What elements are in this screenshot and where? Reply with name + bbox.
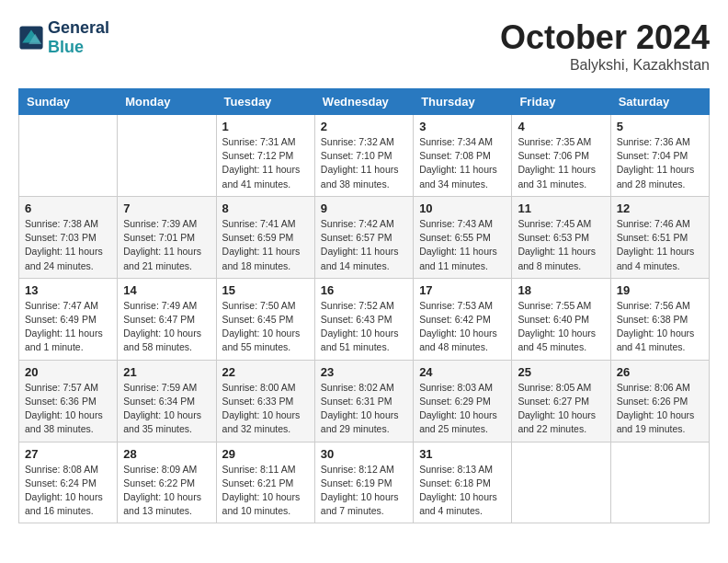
day-info: Sunrise: 8:06 AMSunset: 6:26 PMDaylight:… [617, 381, 703, 437]
day-info: Sunrise: 7:46 AMSunset: 6:51 PMDaylight:… [617, 217, 703, 273]
day-number: 23 [321, 365, 407, 379]
day-number: 15 [222, 283, 309, 297]
day-number: 6 [25, 201, 111, 215]
day-number: 8 [222, 201, 309, 215]
day-number: 17 [419, 283, 506, 297]
day-info: Sunrise: 7:52 AMSunset: 6:43 PMDaylight:… [321, 299, 407, 355]
calendar-header-thursday: Thursday [414, 89, 512, 115]
calendar-week-row: 27Sunrise: 8:08 AMSunset: 6:24 PMDayligh… [19, 442, 710, 523]
day-info: Sunrise: 7:42 AMSunset: 6:57 PMDaylight:… [321, 217, 407, 273]
day-info: Sunrise: 7:43 AMSunset: 6:55 PMDaylight:… [419, 217, 506, 273]
day-number: 29 [222, 447, 309, 461]
calendar-cell: 15Sunrise: 7:50 AMSunset: 6:45 PMDayligh… [216, 278, 314, 360]
day-info: Sunrise: 7:50 AMSunset: 6:45 PMDaylight:… [222, 299, 309, 355]
day-info: Sunrise: 8:00 AMSunset: 6:33 PMDaylight:… [222, 381, 309, 437]
month-title: October 2024 [500, 18, 710, 57]
day-number: 22 [222, 365, 309, 379]
calendar-cell: 8Sunrise: 7:41 AMSunset: 6:59 PMDaylight… [216, 196, 314, 278]
day-info: Sunrise: 7:56 AMSunset: 6:38 PMDaylight:… [617, 299, 703, 355]
calendar-cell: 29Sunrise: 8:11 AMSunset: 6:21 PMDayligh… [216, 442, 314, 523]
calendar-cell: 3Sunrise: 7:34 AMSunset: 7:08 PMDaylight… [414, 115, 512, 197]
day-info: Sunrise: 7:32 AMSunset: 7:10 PMDaylight:… [321, 135, 407, 191]
page-header: General Blue October 2024 Balykshi, Kaza… [18, 18, 710, 74]
day-number: 9 [321, 201, 407, 215]
calendar-cell: 14Sunrise: 7:49 AMSunset: 6:47 PMDayligh… [118, 278, 216, 360]
day-number: 7 [123, 201, 210, 215]
day-number: 26 [617, 365, 703, 379]
day-info: Sunrise: 7:35 AMSunset: 7:06 PMDaylight:… [518, 135, 604, 191]
calendar-cell: 17Sunrise: 7:53 AMSunset: 6:42 PMDayligh… [414, 278, 512, 360]
calendar-header-sunday: Sunday [19, 89, 118, 115]
day-info: Sunrise: 8:05 AMSunset: 6:27 PMDaylight:… [518, 381, 604, 437]
calendar-cell: 10Sunrise: 7:43 AMSunset: 6:55 PMDayligh… [414, 196, 512, 278]
day-info: Sunrise: 7:49 AMSunset: 6:47 PMDaylight:… [123, 299, 210, 355]
location-title: Balykshi, Kazakhstan [500, 57, 710, 74]
calendar-cell [19, 115, 118, 197]
calendar-cell: 13Sunrise: 7:47 AMSunset: 6:49 PMDayligh… [19, 278, 118, 360]
calendar-table: SundayMondayTuesdayWednesdayThursdayFrid… [18, 88, 710, 523]
day-number: 3 [419, 120, 506, 133]
calendar-header-wednesday: Wednesday [314, 89, 413, 115]
day-number: 31 [419, 447, 506, 461]
calendar-cell [118, 115, 216, 197]
calendar-cell: 28Sunrise: 8:09 AMSunset: 6:22 PMDayligh… [118, 442, 216, 523]
day-info: Sunrise: 7:55 AMSunset: 6:40 PMDaylight:… [518, 299, 604, 355]
day-number: 30 [321, 447, 407, 461]
day-number: 14 [123, 283, 210, 297]
day-number: 5 [617, 120, 703, 133]
calendar-cell: 24Sunrise: 8:03 AMSunset: 6:29 PMDayligh… [414, 360, 512, 442]
calendar-cell: 27Sunrise: 8:08 AMSunset: 6:24 PMDayligh… [19, 442, 118, 523]
calendar-cell: 18Sunrise: 7:55 AMSunset: 6:40 PMDayligh… [512, 278, 610, 360]
day-number: 4 [518, 120, 604, 133]
day-info: Sunrise: 7:39 AMSunset: 7:01 PMDaylight:… [123, 217, 210, 273]
day-info: Sunrise: 7:59 AMSunset: 6:34 PMDaylight:… [123, 381, 210, 437]
day-number: 18 [518, 283, 604, 297]
calendar-cell: 9Sunrise: 7:42 AMSunset: 6:57 PMDaylight… [314, 196, 413, 278]
day-number: 12 [617, 201, 703, 215]
calendar-cell: 2Sunrise: 7:32 AMSunset: 7:10 PMDaylight… [314, 115, 413, 197]
day-info: Sunrise: 7:38 AMSunset: 7:03 PMDaylight:… [25, 217, 111, 273]
calendar-header-saturday: Saturday [610, 89, 709, 115]
day-number: 25 [518, 365, 604, 379]
calendar-cell: 25Sunrise: 8:05 AMSunset: 6:27 PMDayligh… [512, 360, 610, 442]
calendar-cell: 30Sunrise: 8:12 AMSunset: 6:19 PMDayligh… [314, 442, 413, 523]
calendar-cell [512, 442, 610, 523]
day-info: Sunrise: 7:41 AMSunset: 6:59 PMDaylight:… [222, 217, 309, 273]
day-number: 24 [419, 365, 506, 379]
day-info: Sunrise: 8:02 AMSunset: 6:31 PMDaylight:… [321, 381, 407, 437]
calendar-header-friday: Friday [512, 89, 610, 115]
calendar-week-row: 13Sunrise: 7:47 AMSunset: 6:49 PMDayligh… [19, 278, 710, 360]
day-info: Sunrise: 8:12 AMSunset: 6:19 PMDaylight:… [321, 463, 407, 519]
day-info: Sunrise: 7:53 AMSunset: 6:42 PMDaylight:… [419, 299, 506, 355]
logo-icon [18, 25, 44, 51]
calendar-cell: 20Sunrise: 7:57 AMSunset: 6:36 PMDayligh… [19, 360, 118, 442]
day-number: 27 [25, 447, 111, 461]
calendar-header-tuesday: Tuesday [216, 89, 314, 115]
day-number: 16 [321, 283, 407, 297]
day-number: 11 [518, 201, 604, 215]
day-number: 19 [617, 283, 703, 297]
calendar-cell: 6Sunrise: 7:38 AMSunset: 7:03 PMDaylight… [19, 196, 118, 278]
day-info: Sunrise: 8:03 AMSunset: 6:29 PMDaylight:… [419, 381, 506, 437]
day-info: Sunrise: 7:36 AMSunset: 7:04 PMDaylight:… [617, 135, 703, 191]
calendar-cell: 31Sunrise: 8:13 AMSunset: 6:18 PMDayligh… [414, 442, 512, 523]
title-area: October 2024 Balykshi, Kazakhstan [500, 18, 710, 74]
calendar-cell [610, 442, 709, 523]
day-number: 28 [123, 447, 210, 461]
logo-text: General Blue [48, 18, 109, 57]
calendar-cell: 12Sunrise: 7:46 AMSunset: 6:51 PMDayligh… [610, 196, 709, 278]
logo: General Blue [18, 18, 109, 57]
calendar-cell: 5Sunrise: 7:36 AMSunset: 7:04 PMDaylight… [610, 115, 709, 197]
day-info: Sunrise: 8:11 AMSunset: 6:21 PMDaylight:… [222, 463, 309, 519]
day-number: 10 [419, 201, 506, 215]
calendar-week-row: 6Sunrise: 7:38 AMSunset: 7:03 PMDaylight… [19, 196, 710, 278]
calendar-cell: 22Sunrise: 8:00 AMSunset: 6:33 PMDayligh… [216, 360, 314, 442]
calendar-cell: 19Sunrise: 7:56 AMSunset: 6:38 PMDayligh… [610, 278, 709, 360]
calendar-cell: 11Sunrise: 7:45 AMSunset: 6:53 PMDayligh… [512, 196, 610, 278]
calendar-week-row: 20Sunrise: 7:57 AMSunset: 6:36 PMDayligh… [19, 360, 710, 442]
calendar-cell: 26Sunrise: 8:06 AMSunset: 6:26 PMDayligh… [610, 360, 709, 442]
calendar-cell: 7Sunrise: 7:39 AMSunset: 7:01 PMDaylight… [118, 196, 216, 278]
calendar-cell: 23Sunrise: 8:02 AMSunset: 6:31 PMDayligh… [314, 360, 413, 442]
day-number: 13 [25, 283, 111, 297]
day-info: Sunrise: 7:31 AMSunset: 7:12 PMDaylight:… [222, 135, 309, 191]
